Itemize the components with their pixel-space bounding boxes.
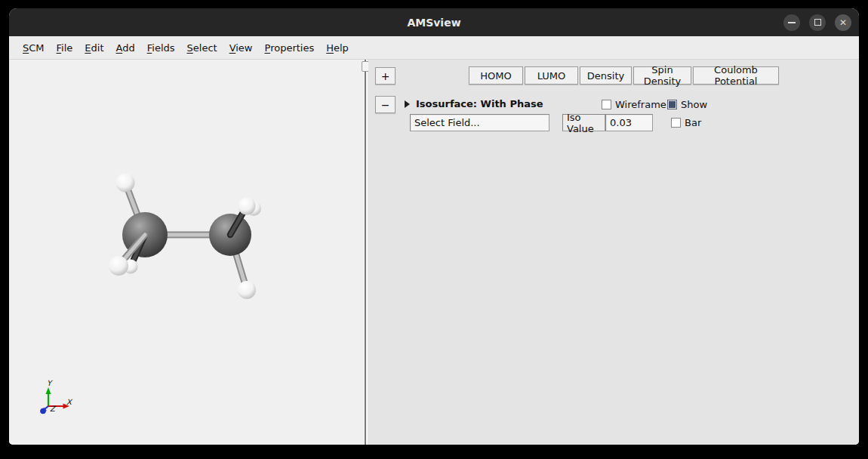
bar-checkbox[interactable]: Bar — [671, 117, 701, 128]
svg-text:X: X — [66, 398, 73, 406]
wireframe-checkbox[interactable]: Wireframe — [602, 99, 666, 109]
wireframe-label: Wireframe — [615, 99, 666, 110]
ethane-molecule-render: YXZ — [9, 60, 365, 445]
density-button[interactable]: Density — [580, 66, 632, 85]
iso-value-label: Iso Value — [562, 114, 605, 131]
expander-triangle-icon[interactable] — [405, 100, 410, 108]
bar-checkbox-box — [671, 118, 681, 128]
menu-add[interactable]: Add — [111, 39, 140, 57]
show-checkbox-box — [667, 100, 677, 109]
menu-file[interactable]: File — [51, 39, 78, 57]
maximize-button[interactable] — [809, 14, 826, 31]
coulomb-potential-button[interactable]: Coulomb Potential — [693, 66, 779, 85]
minimize-button[interactable] — [783, 14, 800, 31]
lumo-button[interactable]: LUMO — [525, 66, 578, 85]
app-window: AMSview ✕ SCM File Edit Add Fields Selec… — [9, 8, 859, 445]
menu-help[interactable]: Help — [321, 39, 354, 57]
menu-select[interactable]: Select — [182, 39, 223, 57]
window-title: AMSview — [9, 8, 859, 36]
title-bar: AMSview ✕ — [9, 8, 859, 36]
menu-edit[interactable]: Edit — [79, 39, 109, 57]
minimize-icon — [788, 22, 796, 23]
fields-panel: + HOMO LUMO Density Spin Density Coulomb… — [368, 60, 859, 445]
menu-scm[interactable]: SCM — [17, 39, 50, 57]
wireframe-checkbox-box — [602, 100, 611, 109]
add-field-button[interactable]: + — [375, 67, 396, 85]
menu-fields[interactable]: Fields — [142, 39, 180, 57]
svg-text:Y: Y — [47, 379, 53, 387]
show-checkbox[interactable]: Show — [667, 99, 707, 109]
maximize-icon — [814, 19, 821, 26]
remove-isosurface-button[interactable]: − — [375, 96, 396, 113]
close-icon: ✕ — [839, 17, 847, 28]
spin-density-button[interactable]: Spin Density — [633, 66, 691, 85]
homo-button[interactable]: HOMO — [469, 66, 523, 85]
menu-bar: SCM File Edit Add Fields Select View Pro… — [9, 36, 859, 60]
content-area: YXZ + HOMO LUMO Density Spin Density Cou… — [9, 60, 859, 445]
close-button[interactable]: ✕ — [835, 14, 851, 31]
isosurface-title: Isosurface: With Phase — [416, 98, 543, 109]
menu-properties[interactable]: Properties — [260, 39, 320, 57]
show-label: Show — [681, 99, 707, 110]
molecule-viewport[interactable]: YXZ — [9, 60, 365, 445]
bar-label: Bar — [685, 117, 701, 128]
window-controls: ✕ — [783, 8, 851, 36]
field-button-row: HOMO LUMO Density Spin Density Coulomb P… — [469, 66, 779, 85]
menu-view[interactable]: View — [224, 39, 258, 57]
select-field-input[interactable]: Select Field... — [410, 114, 549, 131]
iso-value-input[interactable]: 0.03 — [605, 114, 653, 131]
